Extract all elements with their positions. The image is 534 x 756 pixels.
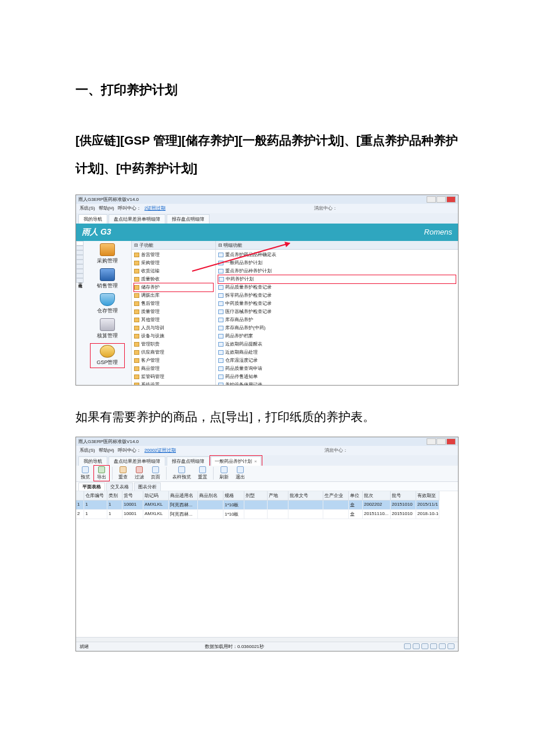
maximize-icon[interactable] bbox=[436, 438, 446, 445]
toolbar-退出-button[interactable]: 退出 bbox=[233, 466, 247, 480]
sidebar-icon-1[interactable]: 销售管理 bbox=[90, 268, 125, 290]
tab-plan[interactable]: 一般药品养护计划 × bbox=[211, 456, 261, 466]
table-row[interactable]: 11110001AMXLKL阿莫西林...1*10板盒2002202201510… bbox=[76, 501, 458, 510]
sidetab-3[interactable]: 连锁门店 bbox=[76, 255, 84, 260]
detail-item-11[interactable]: 近效期药品提醒表 bbox=[218, 340, 456, 348]
toolbar-表样预览-button[interactable]: 表样预览 bbox=[170, 466, 193, 480]
detail-item-0[interactable]: 重点养护药品品种确定表 bbox=[218, 251, 456, 259]
tree-item-12[interactable]: 供应商管理 bbox=[134, 348, 213, 357]
tree-item-11[interactable]: 管理职责 bbox=[134, 340, 213, 348]
sidetab-1[interactable]: 内部管理 bbox=[76, 246, 84, 250]
grid-col-header-11[interactable]: 生产企业 bbox=[323, 491, 349, 501]
detail-item-15[interactable]: 药品停售通知单 bbox=[218, 373, 456, 381]
tree-item-6[interactable]: 售后管理 bbox=[134, 300, 213, 308]
sidetab-2[interactable]: 集团宜简 bbox=[76, 250, 84, 255]
tree-item-14[interactable]: 商品管理 bbox=[134, 365, 213, 373]
detail-item-16[interactable]: 养护设备使用记录 bbox=[218, 381, 456, 386]
grid-col-header-3[interactable]: 货号 bbox=[122, 491, 143, 501]
maximize-icon[interactable] bbox=[436, 196, 446, 203]
sidebar-icon-0[interactable]: 采购管理 bbox=[90, 243, 125, 265]
grid-col-header-0[interactable] bbox=[76, 491, 84, 501]
sidetab-4[interactable]: 会员储值 bbox=[76, 260, 84, 264]
detail-item-5[interactable]: 拆零药品养护检查记录 bbox=[218, 291, 456, 300]
grid-col-header-13[interactable]: 批次 bbox=[363, 491, 391, 501]
menu-system[interactable]: 系统(S) bbox=[80, 205, 95, 211]
grid-col-header-14[interactable]: 批号 bbox=[391, 491, 416, 501]
toolbar-过滤-button[interactable]: 过滤 bbox=[132, 466, 146, 480]
status-icon-1[interactable] bbox=[404, 643, 411, 649]
detail-item-6[interactable]: 中药质量养护检查记录 bbox=[218, 300, 456, 308]
detail-item-1[interactable]: 一般药品养护计划 bbox=[218, 259, 456, 267]
status-icon-4[interactable] bbox=[430, 643, 437, 649]
tree-item-15[interactable]: 监管码管理 bbox=[134, 373, 213, 381]
status-icon-6[interactable] bbox=[448, 643, 454, 649]
minimize-icon[interactable] bbox=[427, 196, 436, 203]
cert-expiry-link[interactable]: 20002证照过期 bbox=[145, 447, 176, 453]
tree-item-7[interactable]: 质量管理 bbox=[134, 308, 213, 316]
grid-col-header-2[interactable]: 类别 bbox=[107, 491, 122, 501]
grid-col-header-8[interactable]: 剂型 bbox=[244, 491, 268, 501]
detail-item-13[interactable]: 仓库温湿度记录 bbox=[218, 357, 456, 365]
tree-item-8[interactable]: 其他管理 bbox=[134, 316, 213, 324]
grid-col-header-12[interactable]: 单位 bbox=[349, 491, 363, 501]
tab-diff[interactable]: 盘点结果差异单明细簿 bbox=[109, 214, 165, 224]
sidebar-icon-4[interactable]: GSP管理 bbox=[90, 343, 125, 368]
sidebar-icon-3[interactable]: 核算管理 bbox=[90, 318, 125, 340]
grid-col-header-7[interactable]: 规格 bbox=[223, 491, 244, 501]
sidetab-0[interactable]: 供应链 bbox=[76, 241, 84, 246]
sidetab-5[interactable]: 集团分销 bbox=[76, 264, 84, 269]
grid-col-header-6[interactable]: 商品别名 bbox=[198, 491, 223, 501]
tab-my-nav[interactable]: 我的导航 bbox=[78, 456, 107, 466]
close-icon[interactable] bbox=[446, 438, 456, 445]
menu-system[interactable]: 系统(S) bbox=[80, 447, 95, 453]
detail-item-12[interactable]: 近效期商品处理 bbox=[218, 348, 456, 357]
grid-col-header-9[interactable]: 产地 bbox=[268, 491, 288, 501]
detail-item-7[interactable]: 医疗器械养护检查记录 bbox=[218, 308, 456, 316]
toolbar-重置-button[interactable]: 重置 bbox=[196, 466, 210, 480]
tab-close-icon[interactable]: × bbox=[254, 459, 257, 464]
detail-item-8[interactable]: 库存商品养护 bbox=[218, 316, 456, 324]
sidetab-7[interactable]: 数据专区 bbox=[76, 273, 84, 278]
tree-item-16[interactable]: 系统设置 bbox=[134, 381, 213, 386]
viewtab-chart[interactable]: 图表分析 bbox=[134, 483, 161, 491]
viewtab-cross[interactable]: 交叉表格 bbox=[106, 483, 133, 491]
horizontal-scrollbar[interactable] bbox=[76, 637, 458, 642]
tree-item-5[interactable]: 调拨出库 bbox=[134, 291, 213, 300]
sidetab-8[interactable]: 电商平台 bbox=[76, 278, 84, 283]
minimize-icon[interactable] bbox=[427, 438, 436, 445]
grid-col-header-1[interactable]: 仓库编号 bbox=[84, 491, 107, 501]
close-icon[interactable] bbox=[446, 196, 456, 203]
menu-help[interactable]: 帮助(H) bbox=[99, 447, 114, 453]
status-icon-3[interactable] bbox=[421, 643, 428, 649]
toolbar-重查-button[interactable]: 重查 bbox=[116, 466, 130, 480]
tree-item-10[interactable]: 设备与设施 bbox=[134, 332, 213, 340]
tab-inv[interactable]: 报存盘点明细簿 bbox=[167, 456, 210, 466]
detail-item-4[interactable]: 药品质量养护检查记录 bbox=[218, 283, 456, 291]
tree-item-1[interactable]: 采购管理 bbox=[134, 259, 213, 267]
toolbar-刷新-button[interactable]: 刷新 bbox=[217, 466, 231, 480]
detail-item-2[interactable]: 重点养护品种养护计划 bbox=[218, 267, 456, 275]
status-icon-2[interactable] bbox=[413, 643, 420, 649]
tree-item-3[interactable]: 质量验收 bbox=[134, 275, 213, 283]
detail-item-3[interactable]: 中药养护计划 bbox=[218, 275, 456, 283]
detail-item-10[interactable]: 药品养护档案 bbox=[218, 332, 456, 340]
detail-item-14[interactable]: 药品质量查询申请 bbox=[218, 365, 456, 373]
cert-expiry-link[interactable]: 2证照过期 bbox=[145, 205, 165, 211]
tree-item-0[interactable]: 首营管理 bbox=[134, 251, 213, 259]
grid-col-header-10[interactable]: 批准文号 bbox=[288, 491, 323, 501]
tab-my-nav[interactable]: 我的导航 bbox=[78, 214, 107, 224]
status-icon-5[interactable] bbox=[439, 643, 446, 649]
tree-item-13[interactable]: 客户管理 bbox=[134, 357, 213, 365]
grid-col-header-15[interactable]: 有效期至 bbox=[416, 491, 439, 501]
menu-help[interactable]: 帮助(H) bbox=[99, 205, 114, 211]
tab-diff[interactable]: 盘点结果差异单明细簿 bbox=[109, 456, 165, 466]
toolbar-导出-button[interactable]: 导出 bbox=[95, 466, 109, 480]
tab-inv[interactable]: 报存盘点明细簿 bbox=[167, 214, 210, 224]
tree-item-9[interactable]: 人员与培训 bbox=[134, 324, 213, 332]
viewtab-flat[interactable]: 平面表格 bbox=[78, 483, 105, 491]
table-row[interactable]: 21110001AMXLKL阿莫西林...1*10板盒20151110...20… bbox=[76, 510, 458, 519]
sidebar-icon-2[interactable]: 仓存管理 bbox=[90, 293, 125, 315]
detail-item-9[interactable]: 库存商品养护(中药) bbox=[218, 324, 456, 332]
toolbar-预览-button[interactable]: 预览 bbox=[78, 466, 92, 480]
sidetab-6[interactable]: 系统设置 bbox=[76, 269, 84, 273]
